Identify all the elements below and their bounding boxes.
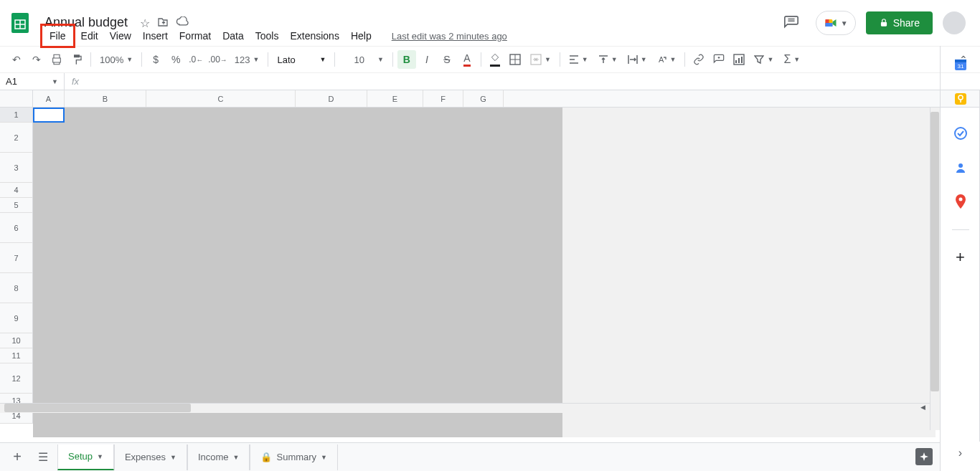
share-button[interactable]: Share (866, 11, 933, 34)
font-size-select[interactable]: 10▼ (339, 54, 387, 65)
formula-input[interactable] (86, 76, 980, 87)
valign-button[interactable]: ▼ (594, 54, 622, 65)
row-header-1[interactable]: 1 (0, 108, 33, 123)
percent-button[interactable]: % (166, 50, 185, 69)
sheet-tab-expenses[interactable]: Expenses▼ (114, 444, 187, 470)
lock-icon: 🔒 (260, 452, 272, 462)
text-color-button[interactable]: A (458, 50, 476, 69)
link-button[interactable] (689, 50, 708, 69)
last-edit-link[interactable]: Last edit was 2 minutes ago (392, 31, 507, 42)
explore-button[interactable] (915, 448, 933, 465)
chevron-down-icon[interactable]: ▼ (321, 454, 327, 461)
menu-help[interactable]: Help (345, 27, 377, 44)
col-header-A[interactable]: A (33, 90, 65, 107)
vertical-scrollbar[interactable] (930, 108, 940, 430)
row-header-7[interactable]: 7 (0, 243, 33, 273)
row-header-6[interactable]: 6 (0, 213, 33, 243)
all-sheets-button[interactable]: ☰ (32, 446, 55, 469)
number-format-select[interactable]: 123▼ (230, 54, 264, 65)
selected-range[interactable] (33, 108, 562, 437)
keep-icon[interactable] (953, 92, 968, 106)
font-select[interactable]: Lato▼ (273, 54, 330, 65)
horizontal-scrollbar[interactable]: ◀▶ (0, 403, 939, 413)
undo-button[interactable]: ↶ (7, 50, 26, 69)
currency-button[interactable]: $ (146, 50, 165, 69)
chevron-down-icon: ▼ (841, 19, 848, 27)
borders-button[interactable] (506, 50, 524, 69)
svg-text:31: 31 (957, 63, 963, 70)
menu-data[interactable]: Data (217, 27, 250, 44)
bold-button[interactable]: B (397, 50, 416, 69)
row-header-10[interactable]: 10 (0, 333, 33, 348)
sheet-tab-summary[interactable]: 🔒Summary▼ (250, 444, 338, 470)
comment-button[interactable] (710, 50, 728, 69)
row-header-8[interactable]: 8 (0, 273, 33, 303)
col-header-C[interactable]: C (146, 90, 296, 107)
svg-text:A: A (659, 55, 664, 64)
svg-rect-24 (955, 60, 966, 62)
menu-insert[interactable]: Insert (137, 27, 174, 44)
merge-button[interactable]: ▼ (526, 54, 555, 65)
active-cell[interactable] (33, 108, 65, 123)
maps-icon[interactable] (953, 195, 968, 209)
get-addons-icon[interactable]: + (953, 250, 968, 265)
svg-point-30 (958, 163, 963, 168)
row-header-11[interactable]: 11 (0, 348, 33, 363)
account-avatar[interactable] (943, 11, 966, 34)
hide-sidepanel-icon[interactable]: › (958, 447, 962, 460)
chevron-down-icon[interactable]: ▼ (170, 454, 176, 461)
paint-format-button[interactable] (67, 50, 86, 69)
redo-button[interactable]: ↷ (27, 50, 46, 69)
comment-history-icon[interactable] (777, 9, 806, 37)
svg-rect-22 (741, 57, 743, 63)
menu-edit[interactable]: Edit (75, 27, 104, 44)
svg-rect-20 (735, 60, 737, 63)
menu-tools[interactable]: Tools (250, 27, 285, 44)
print-button[interactable] (47, 50, 66, 69)
fill-color-button[interactable] (486, 50, 504, 69)
rotate-button[interactable]: A▼ (653, 54, 681, 65)
col-header-B[interactable]: B (65, 90, 146, 107)
decrease-decimal-button[interactable]: .0← (187, 50, 205, 69)
fx-icon: fx (65, 76, 86, 87)
row-header-2[interactable]: 2 (0, 123, 33, 153)
share-label: Share (893, 17, 920, 29)
select-all-corner[interactable] (0, 90, 33, 107)
chart-button[interactable] (730, 50, 748, 69)
row-header-9[interactable]: 9 (0, 303, 33, 333)
col-header-E[interactable]: E (367, 90, 423, 107)
tasks-icon[interactable] (953, 126, 968, 141)
wrap-button[interactable]: ▼ (623, 54, 651, 65)
empty-grid-area[interactable] (562, 108, 936, 437)
strikethrough-button[interactable]: S (438, 50, 456, 69)
row-header-3[interactable]: 3 (0, 153, 33, 183)
calendar-icon[interactable]: 31 (953, 57, 968, 72)
meet-button[interactable]: ▼ (816, 11, 856, 35)
svg-rect-21 (738, 58, 740, 63)
sheet-tab-income[interactable]: Income▼ (187, 444, 250, 470)
row-header-4[interactable]: 4 (0, 183, 33, 198)
name-box[interactable]: A1 ▼ (0, 73, 65, 90)
svg-rect-6 (825, 23, 832, 27)
menu-format[interactable]: Format (174, 27, 217, 44)
col-header-F[interactable]: F (423, 90, 463, 107)
sheets-logo[interactable] (6, 9, 34, 37)
halign-button[interactable]: ▼ (565, 54, 593, 65)
sheet-tab-setup[interactable]: Setup▼ (57, 444, 114, 470)
menu-view[interactable]: View (104, 27, 137, 44)
col-header-G[interactable]: G (463, 90, 504, 107)
menu-file[interactable]: File (40, 24, 75, 48)
italic-button[interactable]: I (418, 50, 436, 69)
chevron-down-icon[interactable]: ▼ (233, 454, 240, 461)
filter-button[interactable]: ▼ (750, 54, 778, 65)
col-header-D[interactable]: D (296, 90, 367, 107)
row-header-12[interactable]: 12 (0, 363, 33, 394)
chevron-down-icon[interactable]: ▼ (97, 453, 103, 460)
row-header-5[interactable]: 5 (0, 198, 33, 213)
menu-extensions[interactable]: Extensions (284, 27, 344, 44)
increase-decimal-button[interactable]: .00→ (207, 50, 229, 69)
functions-button[interactable]: Σ▼ (779, 53, 804, 66)
add-sheet-button[interactable]: + (6, 446, 29, 469)
zoom-select[interactable]: 100%▼ (95, 54, 137, 65)
contacts-icon[interactable] (953, 161, 968, 175)
